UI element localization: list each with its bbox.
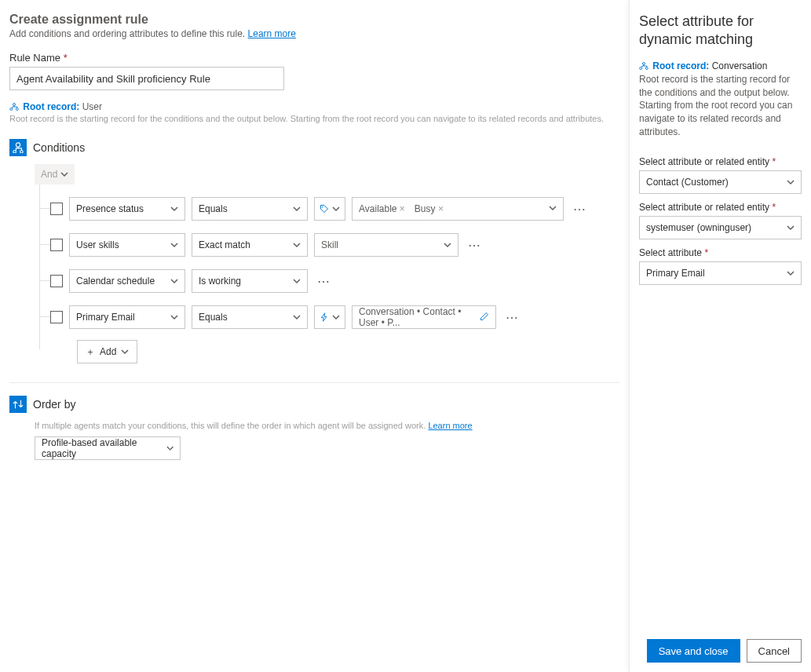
field-dropdown[interactable]: User skills	[69, 233, 185, 257]
side-f1-label: Select attribute or related entity	[639, 156, 802, 167]
side-actions: Save and close Cancel	[639, 630, 802, 663]
side-f2-dropdown[interactable]: systemuser (owninguser)	[639, 216, 802, 239]
side-f1-value: Contact (Customer)	[646, 177, 729, 188]
chevron-down-icon	[332, 205, 340, 213]
main-content: Create assignment rule Add conditions an…	[0, 0, 629, 672]
value-dynamic[interactable]: Conversation • Contact • User • P...	[352, 305, 496, 329]
page-subtitle: Add conditions and ordering attributes t…	[9, 28, 619, 39]
side-f3-dropdown[interactable]: Primary Email	[639, 261, 802, 285]
row-checkbox[interactable]	[50, 239, 63, 251]
operator-value: Exact match	[199, 239, 250, 250]
orderby-learn-more[interactable]: Learn more	[428, 421, 472, 430]
chevron-down-icon	[293, 241, 301, 249]
operator-value: Equals	[199, 312, 228, 323]
chevron-down-icon	[293, 205, 301, 213]
group-operator[interactable]: And	[35, 164, 75, 184]
side-root-help: Root record is the starting record for t…	[639, 73, 802, 139]
side-root-record: Root record: Conversation	[639, 60, 802, 71]
rule-name-label: Rule Name	[9, 52, 619, 64]
side-f3-value: Primary Email	[646, 268, 705, 279]
remove-tag-icon[interactable]: ×	[400, 203, 405, 214]
chevron-down-icon	[549, 204, 557, 212]
page-title: Create assignment rule	[9, 13, 619, 27]
field-value: Presence status	[76, 203, 144, 214]
side-f2-value: systemuser (owninguser)	[646, 222, 751, 233]
row-more-icon[interactable]: ⋯	[570, 202, 590, 217]
chevron-down-icon	[121, 348, 129, 356]
orderby-desc: If multiple agents match your conditions…	[35, 421, 619, 430]
orderby-icon	[9, 396, 27, 413]
row-more-icon[interactable]: ⋯	[314, 274, 334, 289]
chevron-down-icon	[170, 313, 178, 321]
value-type-dropdown[interactable]	[314, 305, 345, 329]
operator-dropdown[interactable]: Equals	[192, 197, 308, 221]
row-checkbox[interactable]	[50, 311, 63, 323]
operator-dropdown[interactable]: Exact match	[192, 233, 308, 257]
side-root-prefix: Root record:	[652, 60, 709, 71]
field-dropdown[interactable]: Presence status	[69, 197, 185, 221]
operator-value: Is working	[199, 276, 241, 287]
side-f3-label: Select attribute	[639, 247, 802, 258]
root-record-value: User	[82, 101, 102, 112]
chevron-down-icon	[170, 241, 178, 249]
field-value: Primary Email	[76, 312, 135, 323]
side-panel: Select attribute for dynamic matching Ro…	[629, 0, 811, 672]
tag: Busy ×	[415, 203, 444, 214]
row-more-icon[interactable]: ⋯	[465, 238, 485, 253]
chevron-down-icon	[170, 205, 178, 213]
chevron-down-icon	[170, 277, 178, 285]
row-checkbox[interactable]	[50, 275, 63, 287]
chevron-down-icon	[293, 313, 301, 321]
chevron-down-icon	[293, 277, 301, 285]
field-dropdown[interactable]: Primary Email	[69, 305, 185, 329]
subtitle-text: Add conditions and ordering attributes t…	[9, 28, 245, 39]
chevron-down-icon	[787, 224, 795, 232]
rule-name-input[interactable]	[9, 67, 284, 90]
orderby-title: Order by	[33, 398, 75, 411]
cancel-button[interactable]: Cancel	[747, 639, 802, 663]
add-label: Add	[100, 346, 116, 357]
hierarchy-icon	[639, 61, 648, 71]
value-type-dropdown[interactable]	[314, 197, 345, 221]
learn-more-link[interactable]: Learn more	[248, 28, 296, 39]
side-root-value: Conversation	[712, 60, 768, 71]
chevron-down-icon	[166, 444, 174, 452]
operator-dropdown[interactable]: Equals	[192, 305, 308, 329]
tag: Available ×	[359, 203, 405, 214]
conditions-icon	[9, 139, 27, 156]
row-checkbox[interactable]	[50, 203, 63, 215]
orderby-value: Profile-based available capacity	[42, 437, 166, 459]
pencil-icon[interactable]	[480, 312, 489, 323]
value-tags[interactable]: Available × Busy ×	[352, 197, 564, 221]
field-value: Calendar schedule	[76, 276, 155, 287]
conditions-tree: Presence status Equals Available × Busy …	[35, 191, 619, 363]
chevron-down-icon	[787, 178, 795, 186]
conditions-title: Conditions	[33, 141, 85, 154]
side-title: Select attribute for dynamic matching	[639, 13, 802, 49]
add-condition-button[interactable]: ＋ Add	[77, 340, 137, 363]
tag-icon	[320, 204, 329, 214]
operator-value: Equals	[199, 203, 228, 214]
conditions-area: And Presence status Equals	[9, 164, 619, 363]
chevron-down-icon	[60, 170, 68, 178]
operator-dropdown[interactable]: Is working	[192, 269, 308, 293]
condition-row: Presence status Equals Available × Busy …	[50, 191, 619, 227]
field-dropdown[interactable]: Calendar schedule	[69, 269, 185, 293]
chevron-down-icon	[444, 241, 451, 249]
field-value: User skills	[76, 239, 119, 250]
value-lookup[interactable]: Skill	[314, 233, 458, 257]
chevron-down-icon	[787, 269, 795, 277]
save-and-close-button[interactable]: Save and close	[647, 639, 740, 663]
side-f1-dropdown[interactable]: Contact (Customer)	[639, 170, 802, 194]
row-more-icon[interactable]: ⋯	[502, 310, 523, 325]
remove-tag-icon[interactable]: ×	[438, 203, 444, 214]
dynamic-value: Conversation • Contact • User • P...	[359, 306, 480, 328]
condition-row: Primary Email Equals Conversation • Cont…	[50, 299, 619, 335]
orderby-dropdown[interactable]: Profile-based available capacity	[35, 436, 181, 460]
root-record-line: Root record: User	[9, 101, 619, 112]
lookup-value: Skill	[321, 239, 338, 250]
side-f2-label: Select attribute or related entity	[639, 202, 802, 213]
svg-point-0	[322, 206, 323, 208]
hierarchy-icon	[9, 102, 19, 111]
condition-row: User skills Exact match Skill ⋯	[50, 227, 619, 263]
